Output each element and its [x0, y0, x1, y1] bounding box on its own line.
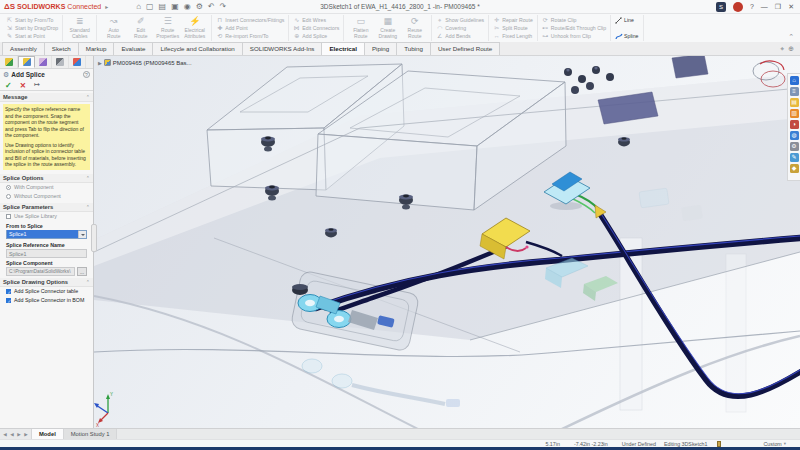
lifecycle-status-icon[interactable]: ◉ [184, 2, 191, 12]
taskpane-scenes-icon[interactable]: ⚙ [790, 142, 799, 151]
flatten-route-button[interactable]: ▭FlattenRoute [347, 15, 374, 41]
help-icon[interactable]: ? [750, 2, 754, 12]
cancel-button[interactable]: ✕ [20, 81, 26, 90]
splice-drawing-options-section-header[interactable]: Splice Drawing Options ⌃ [0, 278, 93, 287]
create-drawing-button[interactable]: ▦CreateDrawing [374, 15, 401, 41]
use-splice-library-checkbox[interactable] [6, 214, 11, 219]
splice-reference-name-field[interactable]: Splice1 [6, 249, 87, 258]
ribbon-collapse-icon[interactable]: ⌃ [788, 33, 794, 41]
panel-splitter-handle[interactable] [91, 224, 97, 252]
taskpane-view-palette-icon[interactable]: ◑ [790, 120, 799, 129]
tab-tubing[interactable]: Tubing [396, 42, 431, 55]
tab-piping[interactable]: Piping [364, 42, 397, 55]
standard-cables-button[interactable]: ≣StandardCables [66, 15, 93, 41]
spline-button[interactable]: Spline [615, 32, 638, 40]
auto-route-button[interactable]: ↝AutoRoute [100, 15, 127, 41]
chevron-down-icon[interactable] [78, 231, 86, 238]
tab-assembly[interactable]: Assembly [2, 42, 45, 55]
displaymanager-tab[interactable] [69, 56, 86, 68]
restore-button[interactable]: ❐ [775, 2, 781, 12]
3d-model-canvas[interactable]: Y Z X [94, 56, 800, 428]
pan-zoom-icon[interactable]: ⌖ [780, 45, 784, 53]
taskpane-resources-icon[interactable]: ≡ [790, 87, 799, 96]
flyout-feature-tree[interactable]: ▶ PM009465 (PM009465 Bas... [98, 59, 192, 66]
configurationmanager-tab[interactable] [35, 56, 52, 68]
repair-route-button[interactable]: ✛Repair Route [493, 16, 533, 24]
graphics-viewport[interactable]: Y Z X ▶ PM009465 (PM009465 Bas... ⌂≡▤▥◑◍… [94, 56, 800, 428]
tab-scroll-icon-3[interactable]: ▶ [23, 432, 29, 437]
covering-button[interactable]: ◠Covering [436, 24, 484, 32]
new-document-icon[interactable]: ▢ [146, 2, 154, 12]
use-splice-library-option[interactable]: Use Splice Library [0, 212, 93, 221]
route-edit-through-clip-button[interactable]: ⊷Route/Edit Through Clip [542, 24, 606, 32]
taskpane-forum-icon[interactable]: ◆ [790, 164, 799, 173]
splice-options-section-header[interactable]: Splice Options ⌃ [0, 174, 93, 183]
route-properties-button[interactable]: ☰RouteProperties [154, 15, 181, 41]
tab-solidworks-add-ins[interactable]: SOLIDWORKS Add-Ins [242, 42, 323, 55]
split-route-button[interactable]: ✂Split Route [493, 24, 533, 32]
add-connector-table-option[interactable]: Add Splice Connector table [0, 287, 93, 296]
start-by-from-to-button[interactable]: ⇱Start by From/To [6, 16, 58, 24]
units-selector[interactable]: Custom [763, 441, 781, 447]
tab-electrical[interactable]: Electrical [321, 42, 365, 55]
add-bends-button[interactable]: ∠Add Bends [436, 32, 484, 40]
taskpane-custom-properties-icon[interactable]: ✎ [790, 153, 799, 162]
tab-evaluate[interactable]: Evaluate [113, 42, 153, 55]
close-button[interactable]: ✕ [788, 2, 794, 12]
tab-scroll-icon-2[interactable]: ▶ [16, 432, 22, 437]
fixed-length-button[interactable]: ↔Fixed Length [493, 32, 533, 40]
dimxpertmanager-tab[interactable] [52, 56, 69, 68]
tab-motion-study[interactable]: Motion Study 1 [64, 429, 118, 439]
browse-button[interactable]: ... [77, 267, 87, 276]
taskpane-design-library-icon[interactable]: ▤ [790, 98, 799, 107]
add-point-button[interactable]: ✚Add Point [216, 24, 284, 32]
3dexperience-platform-icon[interactable]: S [716, 2, 726, 12]
user-avatar[interactable] [733, 2, 743, 12]
minimize-button[interactable]: — [761, 2, 768, 12]
ok-button[interactable]: ✓ [5, 81, 12, 90]
line-button[interactable]: Line [615, 16, 638, 24]
add-connector-bom-option[interactable]: Add Splice Connector in BOM [0, 296, 93, 305]
home-icon[interactable]: ⌂ [136, 2, 141, 12]
tab-scroll-icon-0[interactable]: ◀ [2, 432, 8, 437]
brand-expand-icon[interactable]: ▸ [105, 3, 108, 10]
edit-connectors-button[interactable]: ⋈Edit Connectors [293, 24, 339, 32]
tab-sketch[interactable]: Sketch [44, 42, 79, 55]
add-connector-bom-checkbox[interactable] [6, 298, 11, 303]
redo-icon[interactable]: ↷ [220, 2, 227, 12]
without-component-option[interactable]: Without Component [0, 192, 93, 201]
re-import-from-to-button[interactable]: ⟲Re-import From/To [216, 32, 284, 40]
taskpane-file-explorer-icon[interactable]: ▥ [790, 109, 799, 118]
propertymanager-tab[interactable] [18, 56, 35, 68]
help-icon[interactable]: ? [83, 71, 90, 78]
edit-route-button[interactable]: ✐EditRoute [127, 15, 154, 41]
tree-expand-icon[interactable]: ▶ [98, 60, 102, 66]
splice-parameters-section-header[interactable]: Splice Parameters ⌃ [0, 203, 93, 212]
open-document-icon[interactable]: ▤ [159, 2, 167, 12]
save-icon[interactable]: ▣ [171, 2, 179, 12]
show-guidelines-button[interactable]: ⌖Show Guidelines [436, 16, 484, 24]
from-to-splice-combobox[interactable]: Splice1 [6, 230, 87, 239]
tab-user-defined-route[interactable]: User Defined Route [430, 42, 500, 55]
with-component-radio[interactable] [6, 185, 11, 190]
tab-lifecycle-and-collaboration[interactable]: Lifecycle and Collaboration [152, 42, 242, 55]
featuremanager-tab[interactable] [1, 56, 18, 68]
units-dropdown-icon[interactable]: ▾ [784, 441, 786, 446]
add-connector-table-checkbox[interactable] [6, 289, 11, 294]
splice-component-field[interactable]: C:\ProgramData\SolidWorks\ [6, 267, 75, 276]
tab-scroll-icon-1[interactable]: ◀ [9, 432, 15, 437]
taskpane-home-icon[interactable]: ⌂ [790, 76, 799, 85]
message-section-header[interactable]: Message ⌃ [0, 93, 93, 102]
tab-markup[interactable]: Markup [78, 42, 115, 55]
tab-model[interactable]: Model [32, 429, 64, 439]
edit-wires-button[interactable]: ∿Edit Wires [293, 16, 339, 24]
start-at-point-button[interactable]: ✎Start at Point [6, 32, 58, 40]
with-component-option[interactable]: With Component [0, 183, 93, 192]
reuse-route-button[interactable]: ⟳ReuseRoute [401, 15, 428, 41]
electrical-attributes-button[interactable]: ⚡ElectricalAttributes [181, 15, 208, 41]
undo-icon[interactable]: ↶ [208, 2, 215, 12]
insert-connectors-fittings-button[interactable]: ⊓Insert Connectors/Fittings [216, 16, 284, 24]
taskpane-appearances-icon[interactable]: ◍ [790, 131, 799, 140]
unhook-from-clip-button[interactable]: ⊶Unhook from Clip [542, 32, 606, 40]
options-gear-icon[interactable]: ⚙ [196, 2, 203, 12]
